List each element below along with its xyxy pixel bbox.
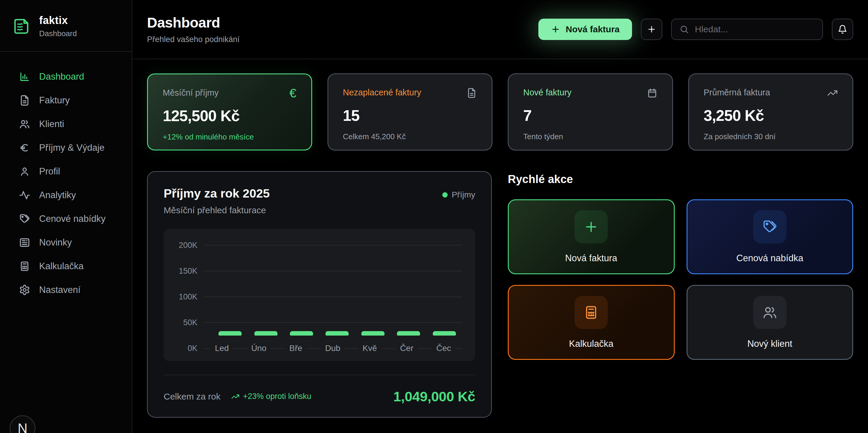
stat-card-header: Nové faktury <box>523 88 657 98</box>
new-invoice-label: Nová faktura <box>566 24 620 34</box>
stat-card-unpaid-invoices[interactable]: Nezaplacené faktury 15 Celkem 45,200 Kč <box>328 73 493 151</box>
stat-card-monthly-income[interactable]: Měsíční příjmy € 125,500 Kč +12% od minu… <box>147 73 312 151</box>
quick-action-label: Kalkulačka <box>569 338 613 349</box>
bar-series <box>212 331 462 336</box>
chart-bar-cec[interactable] <box>433 331 456 336</box>
legend-label: Příjmy <box>452 190 475 200</box>
quick-action-label: Cenová nabídka <box>736 253 803 264</box>
x-tick: Úno <box>241 344 277 353</box>
sidebar-item-label: Faktury <box>39 95 70 106</box>
sidebar-item-novinky[interactable]: Novinky <box>0 231 132 255</box>
divider <box>164 375 475 375</box>
settings-icon <box>19 284 30 296</box>
x-tick: Bře <box>277 344 314 353</box>
yoy-change-label: +23% oproti loňsku <box>243 392 311 401</box>
stat-card-average-invoice[interactable]: Průměrná faktura 3,250 Kč Za posledních … <box>688 73 854 151</box>
legend-dot-icon <box>442 192 447 198</box>
x-tick-label: Čer <box>396 344 417 353</box>
search-box <box>671 19 823 40</box>
nextjs-dev-badge[interactable]: N <box>9 415 36 433</box>
plus-icon <box>647 25 656 34</box>
sidebar-item-label: Profil <box>39 166 60 177</box>
brand-name: faktix <box>39 14 77 27</box>
bar-chart-icon <box>19 71 30 82</box>
trending-up-icon <box>827 88 838 98</box>
page-title: Dashboard <box>147 14 240 31</box>
gridline <box>204 245 462 245</box>
stat-subtext: Za posledních 30 dní <box>704 132 838 141</box>
chart-bar-bre[interactable] <box>290 331 313 336</box>
stat-subtext: +12% od minulého měsíce <box>163 132 297 141</box>
stat-card-new-invoices[interactable]: Nové faktury 7 Tento týden <box>508 73 673 151</box>
dashboard-row2: Příjmy za rok 2025 Měsíční přehled faktu… <box>147 171 853 418</box>
notifications-button[interactable] <box>832 19 853 40</box>
x-tick: Dub <box>314 344 351 353</box>
stat-value: 15 <box>343 107 477 124</box>
sidebar-item-prijmy-vydaje[interactable]: Příjmy & Výdaje <box>0 136 132 160</box>
chart-bar-led[interactable] <box>218 331 242 336</box>
stat-title: Nezaplacené faktury <box>343 88 421 97</box>
gridline <box>204 271 462 271</box>
bar-chart-plot: 200K 150K 100K 50K <box>164 229 475 361</box>
quick-action-calculator[interactable]: Kalkulačka <box>508 285 675 360</box>
stat-value: 3,250 Kč <box>704 107 838 124</box>
sidebar-item-label: Klienti <box>39 119 64 129</box>
x-tick-label: Úno <box>247 344 270 353</box>
search-input[interactable] <box>695 24 815 34</box>
sidebar-item-label: Nastavení <box>39 285 81 295</box>
brand-text: faktix Dashboard <box>39 14 77 38</box>
x-axis-labels: Led Úno Bře Dub Kvě Čer Čec <box>204 344 462 353</box>
x-tick: Kvě <box>351 344 389 353</box>
plus-icon <box>551 25 560 34</box>
stat-title: Nové faktury <box>523 88 571 97</box>
sidebar-item-analytiky[interactable]: Analytiky <box>0 183 132 207</box>
page-header: Dashboard Přehled vašeho podnikání Nová … <box>132 0 868 59</box>
sidebar-item-kalkulacka[interactable]: Kalkulačka <box>0 255 132 278</box>
quick-action-new-client[interactable]: Nový klient <box>687 285 854 360</box>
x-tick: Led <box>204 344 241 353</box>
chart-header: Příjmy za rok 2025 Měsíční přehled faktu… <box>164 187 475 215</box>
chart-bar-cer[interactable] <box>397 331 420 336</box>
stat-value: 125,500 Kč <box>163 107 297 125</box>
sidebar-item-profil[interactable]: Profil <box>0 160 132 183</box>
sidebar-item-cenove-nabidky[interactable]: Cenové nabídky <box>0 207 132 231</box>
stat-subtext: Tento týden <box>523 132 657 141</box>
annual-total-label: Celkem za rok <box>164 392 221 402</box>
x-tick-label: Dub <box>321 344 344 353</box>
quick-action-new-invoice[interactable]: Nová faktura <box>508 199 675 274</box>
stat-value: 7 <box>523 107 657 124</box>
activity-icon <box>19 190 30 201</box>
chart-bar-uno[interactable] <box>254 331 277 336</box>
trending-up-icon <box>231 392 240 401</box>
page-subtitle: Přehled vašeho podnikání <box>147 35 240 44</box>
nextjs-n-logo: N <box>18 420 27 433</box>
tags-icon <box>753 210 786 243</box>
tags-icon <box>19 213 30 225</box>
sidebar-item-nastaveni[interactable]: Nastavení <box>0 278 132 302</box>
sidebar-item-label: Novinky <box>39 237 72 248</box>
quick-action-price-quote[interactable]: Cenová nabídka <box>687 199 854 274</box>
sidebar-nav: Dashboard Faktury Klienti <box>0 52 132 315</box>
quick-actions-section: Rychlé akce Nová faktura <box>508 171 853 360</box>
sidebar-item-faktury[interactable]: Faktury <box>0 89 132 112</box>
sidebar-item-dashboard[interactable]: Dashboard <box>0 65 132 89</box>
sidebar-item-klienti[interactable]: Klienti <box>0 112 132 136</box>
chart-bar-kve[interactable] <box>361 331 384 336</box>
gridline-row: 50K <box>173 318 462 327</box>
chart-bar-dub[interactable] <box>326 331 349 336</box>
stat-card-header: Nezaplacené faktury <box>343 88 477 98</box>
revenue-chart-card: Příjmy za rok 2025 Měsíční přehled faktu… <box>147 171 492 418</box>
file-text-icon <box>466 88 477 98</box>
quick-action-label: Nová faktura <box>565 253 617 264</box>
new-invoice-button[interactable]: Nová faktura <box>538 19 632 40</box>
x-tick-label: Čec <box>432 344 455 353</box>
calculator-icon <box>575 296 608 329</box>
sidebar-item-label: Analytiky <box>39 190 76 201</box>
app-root: faktix Dashboard Dashboard Fakt <box>0 0 868 433</box>
x-tick-label: Led <box>211 344 233 353</box>
dashboard-content: Měsíční příjmy € 125,500 Kč +12% od minu… <box>132 59 868 433</box>
add-button[interactable] <box>641 19 662 40</box>
gridline-row: 200K <box>173 241 462 250</box>
stat-title: Měsíční příjmy <box>163 88 219 98</box>
gridline-row: 150K <box>173 267 462 275</box>
